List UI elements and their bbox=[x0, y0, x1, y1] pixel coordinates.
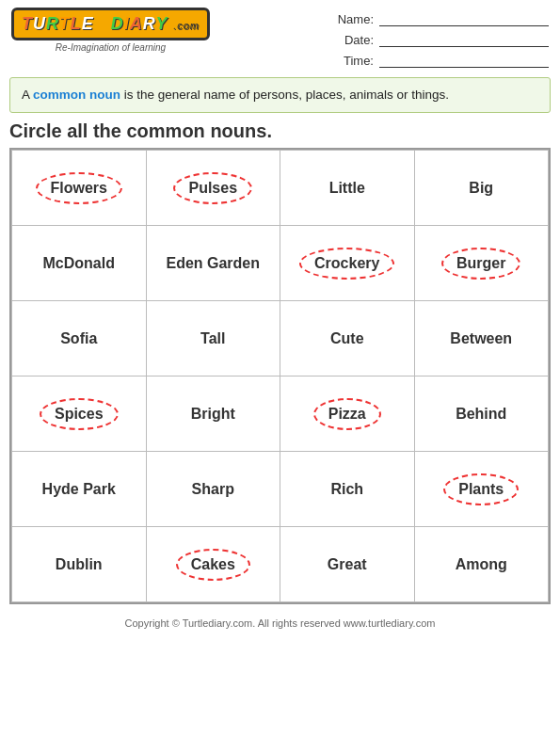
table-row: Pulses bbox=[146, 151, 280, 226]
circled-word: Crockery bbox=[299, 248, 394, 280]
circled-word: Plants bbox=[443, 473, 519, 505]
date-input[interactable] bbox=[379, 32, 549, 47]
info-text-after: is the general name of persons, places, … bbox=[120, 88, 449, 102]
info-text-before: A bbox=[22, 88, 33, 102]
circled-word: Pizza bbox=[313, 398, 381, 430]
table-row: Among bbox=[414, 527, 549, 602]
word-table: FlowersPulsesLittleBigMcDonaldEden Garde… bbox=[11, 150, 549, 602]
date-label: Date: bbox=[336, 33, 374, 47]
logo: TURTLE DIARY .com bbox=[11, 8, 210, 40]
circled-word: Spices bbox=[40, 398, 119, 430]
table-row: Sofia bbox=[12, 301, 147, 376]
table-row: Rich bbox=[280, 452, 415, 527]
table-row: Bright bbox=[146, 376, 280, 452]
time-row: Time: bbox=[336, 53, 549, 68]
header: TURTLE DIARY .com Re-Imagination of lear… bbox=[0, 0, 560, 72]
table-row: Great bbox=[280, 527, 415, 602]
circled-word: Flowers bbox=[36, 172, 122, 204]
table-row: Flowers bbox=[12, 151, 147, 226]
table-row: Cakes bbox=[146, 527, 280, 602]
table-row: Between bbox=[414, 301, 549, 376]
table-row: Little bbox=[280, 151, 415, 226]
circled-word: Burger bbox=[441, 248, 520, 280]
name-row: Name: bbox=[336, 11, 549, 26]
table-row: Big bbox=[414, 151, 549, 226]
table-row: Behind bbox=[414, 376, 549, 452]
circled-word: Pulses bbox=[173, 172, 252, 204]
time-label: Time: bbox=[336, 54, 374, 68]
table-row: McDonald bbox=[12, 226, 147, 301]
circled-word: Cakes bbox=[176, 549, 250, 581]
logo-subtitle: Re-Imagination of learning bbox=[56, 42, 166, 53]
table-row: Tall bbox=[146, 301, 280, 376]
table-row: Hyde Park bbox=[12, 452, 147, 527]
table-row: Crockery bbox=[280, 226, 415, 301]
info-box: A common noun is the general name of per… bbox=[9, 77, 551, 113]
table-row: Dublin bbox=[12, 527, 147, 602]
table-row: Sharp bbox=[146, 452, 280, 527]
table-row: Spices bbox=[12, 376, 147, 452]
common-noun-highlight: common noun bbox=[33, 88, 120, 102]
worksheet-title: Circle all the common nouns. bbox=[9, 120, 551, 142]
table-row: Plants bbox=[414, 452, 549, 527]
table-row: Eden Garden bbox=[146, 226, 280, 301]
table-row: Cute bbox=[280, 301, 415, 376]
date-row: Date: bbox=[336, 32, 549, 47]
time-input[interactable] bbox=[379, 53, 549, 68]
name-label: Name: bbox=[336, 12, 374, 26]
footer: Copyright © Turtlediary.com. All rights … bbox=[0, 610, 560, 634]
table-row: Pizza bbox=[280, 376, 415, 452]
form-fields: Name: Date: Time: bbox=[336, 8, 549, 68]
name-input[interactable] bbox=[379, 11, 549, 26]
word-grid: FlowersPulsesLittleBigMcDonaldEden Garde… bbox=[9, 148, 551, 604]
table-row: Burger bbox=[414, 226, 549, 301]
logo-area: TURTLE DIARY .com Re-Imagination of lear… bbox=[11, 8, 210, 53]
